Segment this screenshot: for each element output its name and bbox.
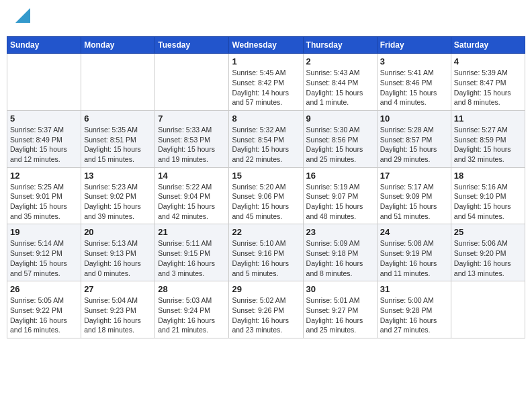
day-info: Sunrise: 5:16 AM Sunset: 9:10 PM Dayligh… — [454, 182, 522, 222]
day-number: 7 — [158, 113, 226, 124]
day-number: 5 — [10, 113, 78, 124]
day-number: 1 — [232, 56, 300, 66]
calendar-header-row: SundayMondayTuesdayWednesdayThursdayFrid… — [7, 37, 525, 54]
calendar-cell: 6Sunrise: 5:35 AM Sunset: 8:51 PM Daylig… — [81, 110, 155, 167]
day-info: Sunrise: 5:27 AM Sunset: 8:59 PM Dayligh… — [454, 125, 522, 165]
day-number: 30 — [306, 284, 374, 294]
day-number: 10 — [380, 113, 448, 124]
day-number: 31 — [380, 284, 448, 294]
calendar-cell: 13Sunrise: 5:23 AM Sunset: 9:02 PM Dayli… — [81, 167, 155, 224]
calendar-cell: 28Sunrise: 5:03 AM Sunset: 9:24 PM Dayli… — [155, 281, 229, 338]
calendar-cell: 14Sunrise: 5:22 AM Sunset: 9:04 PM Dayli… — [155, 167, 229, 224]
day-info: Sunrise: 5:37 AM Sunset: 8:49 PM Dayligh… — [10, 125, 78, 165]
calendar-cell: 12Sunrise: 5:25 AM Sunset: 9:01 PM Dayli… — [7, 167, 81, 224]
calendar-cell: 19Sunrise: 5:14 AM Sunset: 9:12 PM Dayli… — [7, 224, 81, 281]
calendar-week-row: 1Sunrise: 5:45 AM Sunset: 8:42 PM Daylig… — [7, 54, 525, 111]
day-info: Sunrise: 5:03 AM Sunset: 9:24 PM Dayligh… — [158, 295, 226, 335]
day-number: 19 — [10, 227, 78, 237]
day-number: 12 — [10, 171, 78, 181]
day-info: Sunrise: 5:10 AM Sunset: 9:16 PM Dayligh… — [232, 238, 300, 278]
day-info: Sunrise: 5:06 AM Sunset: 9:20 PM Dayligh… — [454, 238, 522, 278]
day-info: Sunrise: 5:32 AM Sunset: 8:54 PM Dayligh… — [232, 125, 300, 165]
day-info: Sunrise: 5:00 AM Sunset: 9:28 PM Dayligh… — [380, 295, 448, 335]
day-number: 13 — [84, 171, 152, 181]
day-number: 26 — [10, 284, 78, 294]
day-info: Sunrise: 5:25 AM Sunset: 9:01 PM Dayligh… — [10, 182, 78, 222]
calendar-week-row: 12Sunrise: 5:25 AM Sunset: 9:01 PM Dayli… — [7, 167, 525, 224]
calendar-cell: 22Sunrise: 5:10 AM Sunset: 9:16 PM Dayli… — [229, 224, 303, 281]
calendar-cell: 25Sunrise: 5:06 AM Sunset: 9:20 PM Dayli… — [451, 224, 525, 281]
day-number: 21 — [158, 227, 226, 237]
calendar-cell: 1Sunrise: 5:45 AM Sunset: 8:42 PM Daylig… — [229, 54, 303, 111]
day-number: 22 — [232, 227, 300, 237]
day-info: Sunrise: 5:13 AM Sunset: 9:13 PM Dayligh… — [84, 238, 152, 278]
day-info: Sunrise: 5:23 AM Sunset: 9:02 PM Dayligh… — [84, 182, 152, 222]
calendar-cell: 15Sunrise: 5:20 AM Sunset: 9:06 PM Dayli… — [229, 167, 303, 224]
day-info: Sunrise: 5:17 AM Sunset: 9:09 PM Dayligh… — [380, 182, 448, 222]
calendar-cell: 16Sunrise: 5:19 AM Sunset: 9:07 PM Dayli… — [303, 167, 377, 224]
calendar-table: SundayMondayTuesdayWednesdayThursdayFrid… — [7, 36, 525, 338]
day-info: Sunrise: 5:39 AM Sunset: 8:47 PM Dayligh… — [454, 68, 522, 107]
calendar-cell: 24Sunrise: 5:08 AM Sunset: 9:19 PM Dayli… — [377, 224, 451, 281]
calendar-cell — [7, 54, 81, 111]
day-number: 17 — [380, 171, 448, 181]
day-info: Sunrise: 5:08 AM Sunset: 9:19 PM Dayligh… — [380, 238, 448, 278]
calendar-cell: 4Sunrise: 5:39 AM Sunset: 8:47 PM Daylig… — [451, 54, 525, 111]
day-number: 2 — [306, 56, 374, 66]
day-number: 14 — [158, 171, 226, 181]
day-info: Sunrise: 5:04 AM Sunset: 9:23 PM Dayligh… — [84, 295, 152, 335]
calendar-cell: 8Sunrise: 5:32 AM Sunset: 8:54 PM Daylig… — [229, 110, 303, 167]
day-number: 25 — [454, 227, 522, 237]
day-number: 16 — [306, 171, 374, 181]
calendar-cell: 30Sunrise: 5:01 AM Sunset: 9:27 PM Dayli… — [303, 281, 377, 338]
day-number: 11 — [454, 113, 522, 124]
day-info: Sunrise: 5:14 AM Sunset: 9:12 PM Dayligh… — [10, 238, 78, 278]
calendar-cell: 23Sunrise: 5:09 AM Sunset: 9:18 PM Dayli… — [303, 224, 377, 281]
calendar-cell: 10Sunrise: 5:28 AM Sunset: 8:57 PM Dayli… — [377, 110, 451, 167]
day-number: 29 — [232, 284, 300, 294]
day-info: Sunrise: 5:33 AM Sunset: 8:53 PM Dayligh… — [158, 125, 226, 165]
calendar-cell: 31Sunrise: 5:00 AM Sunset: 9:28 PM Dayli… — [377, 281, 451, 338]
calendar-cell: 2Sunrise: 5:43 AM Sunset: 8:44 PM Daylig… — [303, 54, 377, 111]
day-info: Sunrise: 5:11 AM Sunset: 9:15 PM Dayligh… — [158, 238, 226, 278]
calendar-cell — [155, 54, 229, 111]
page-header — [7, 7, 525, 30]
day-number: 9 — [306, 113, 374, 124]
day-number: 23 — [306, 227, 374, 237]
calendar-cell: 18Sunrise: 5:16 AM Sunset: 9:10 PM Dayli… — [451, 167, 525, 224]
calendar-cell: 7Sunrise: 5:33 AM Sunset: 8:53 PM Daylig… — [155, 110, 229, 167]
logo — [13, 10, 30, 26]
calendar-cell: 26Sunrise: 5:05 AM Sunset: 9:22 PM Dayli… — [7, 281, 81, 338]
day-info: Sunrise: 5:28 AM Sunset: 8:57 PM Dayligh… — [380, 125, 448, 165]
logo-icon — [15, 8, 30, 23]
day-number: 18 — [454, 171, 522, 181]
day-number: 28 — [158, 284, 226, 294]
calendar-cell — [81, 54, 155, 111]
day-info: Sunrise: 5:20 AM Sunset: 9:06 PM Dayligh… — [232, 182, 300, 222]
calendar-cell — [451, 281, 525, 338]
calendar-cell: 21Sunrise: 5:11 AM Sunset: 9:15 PM Dayli… — [155, 224, 229, 281]
day-info: Sunrise: 5:35 AM Sunset: 8:51 PM Dayligh… — [84, 125, 152, 165]
day-info: Sunrise: 5:41 AM Sunset: 8:46 PM Dayligh… — [380, 68, 448, 107]
day-info: Sunrise: 5:02 AM Sunset: 9:26 PM Dayligh… — [232, 295, 300, 335]
calendar-cell: 9Sunrise: 5:30 AM Sunset: 8:56 PM Daylig… — [303, 110, 377, 167]
day-number: 24 — [380, 227, 448, 237]
day-info: Sunrise: 5:19 AM Sunset: 9:07 PM Dayligh… — [306, 182, 374, 222]
day-info: Sunrise: 5:45 AM Sunset: 8:42 PM Dayligh… — [232, 68, 300, 107]
calendar-cell: 5Sunrise: 5:37 AM Sunset: 8:49 PM Daylig… — [7, 110, 81, 167]
calendar-week-row: 5Sunrise: 5:37 AM Sunset: 8:49 PM Daylig… — [7, 110, 525, 167]
day-number: 6 — [84, 113, 152, 124]
day-of-week-tuesday: Tuesday — [155, 37, 229, 54]
day-info: Sunrise: 5:22 AM Sunset: 9:04 PM Dayligh… — [158, 182, 226, 222]
calendar-week-row: 26Sunrise: 5:05 AM Sunset: 9:22 PM Dayli… — [7, 281, 525, 338]
day-number: 27 — [84, 284, 152, 294]
day-of-week-wednesday: Wednesday — [229, 37, 303, 54]
day-info: Sunrise: 5:05 AM Sunset: 9:22 PM Dayligh… — [10, 295, 78, 335]
day-of-week-monday: Monday — [81, 37, 155, 54]
calendar-cell: 11Sunrise: 5:27 AM Sunset: 8:59 PM Dayli… — [451, 110, 525, 167]
day-of-week-thursday: Thursday — [303, 37, 377, 54]
day-info: Sunrise: 5:09 AM Sunset: 9:18 PM Dayligh… — [306, 238, 374, 278]
day-number: 3 — [380, 56, 448, 66]
day-number: 4 — [454, 56, 522, 66]
day-info: Sunrise: 5:43 AM Sunset: 8:44 PM Dayligh… — [306, 68, 374, 107]
